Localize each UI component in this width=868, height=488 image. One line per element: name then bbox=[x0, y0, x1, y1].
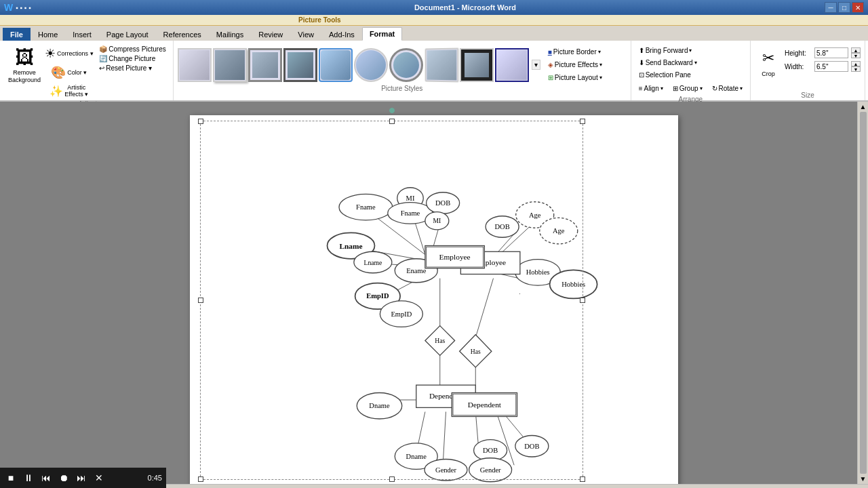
tab-home[interactable]: Home bbox=[31, 28, 65, 41]
title-bar: W ▪ ▪ ▪ ▪ Document1 - Microsoft Word ─ □… bbox=[0, 0, 868, 15]
rotate-handle[interactable] bbox=[389, 108, 395, 113]
height-up[interactable]: ▲ bbox=[851, 47, 861, 53]
record-button[interactable]: ⏺ bbox=[57, 471, 71, 485]
handle-top-right[interactable] bbox=[580, 119, 585, 124]
height-spinner[interactable]: ▲ ▼ bbox=[851, 47, 861, 58]
size-group-label: Size bbox=[801, 92, 814, 99]
pause-button[interactable]: ⏸ bbox=[22, 471, 35, 485]
width-up[interactable]: ▲ bbox=[851, 61, 861, 66]
style-1[interactable] bbox=[178, 48, 212, 82]
minimize-button[interactable]: ─ bbox=[825, 2, 837, 13]
color-button[interactable]: 🎨 Color ▾ bbox=[43, 64, 95, 81]
remove-background-button[interactable]: 🖼 RemoveBackground bbox=[7, 43, 42, 87]
artistic-effects-button[interactable]: ✨ ArtisticEffects ▾ bbox=[43, 83, 95, 99]
style-8[interactable] bbox=[425, 47, 458, 82]
arrange-group: ⬆ Bring Forward ▾ ⬇ Send Backward ▾ ⊡ Se… bbox=[631, 41, 751, 100]
picture-styles-label: Picture Styles bbox=[178, 85, 627, 92]
document: Fname MI Fname DOB MI DOB Age Age bbox=[190, 115, 678, 484]
reset-picture-button[interactable]: ↩ Reset Picture ▾ bbox=[96, 64, 169, 73]
height-down[interactable]: ▼ bbox=[851, 53, 861, 58]
height-input[interactable] bbox=[814, 47, 848, 58]
handle-bottom-left[interactable] bbox=[198, 476, 203, 482]
tab-view[interactable]: View bbox=[290, 28, 321, 41]
title-bar-text: Document1 - Microsoft Word bbox=[106, 3, 825, 12]
remove-bg-icon: 🖼 bbox=[14, 46, 35, 68]
handle-middle-left[interactable] bbox=[198, 298, 203, 303]
rotate-button[interactable]: ↻ Rotate ▾ bbox=[709, 83, 746, 94]
group-button[interactable]: ⊞ Group ▾ bbox=[669, 83, 706, 94]
width-input[interactable] bbox=[814, 61, 848, 72]
picture-effects-button[interactable]: ◈ Picture Effects ▾ bbox=[545, 59, 606, 70]
align-button[interactable]: ≡ Align ▾ bbox=[635, 83, 667, 94]
height-label: Height: bbox=[785, 49, 812, 57]
width-spinner[interactable]: ▲ ▼ bbox=[851, 61, 861, 72]
handle-middle-right[interactable] bbox=[580, 298, 585, 303]
tab-page-layout[interactable]: Page Layout bbox=[99, 28, 156, 41]
media-controls: ■ ⏸ ⏮ ⏺ ⏭ ✕ 0:45 bbox=[0, 468, 166, 488]
picture-border-button[interactable]: ■ Picture Border ▾ bbox=[545, 46, 606, 58]
style-4[interactable] bbox=[283, 48, 317, 82]
height-input-row: Height: ▲ ▼ bbox=[785, 47, 861, 58]
style-10[interactable] bbox=[495, 48, 529, 82]
picture-layout-button[interactable]: ⊞ Picture Layout ▾ bbox=[545, 72, 606, 83]
style-2[interactable] bbox=[213, 48, 247, 82]
handle-top-center[interactable] bbox=[389, 119, 395, 124]
width-label: Width: bbox=[785, 63, 812, 70]
crop-icon: ✂ bbox=[757, 47, 779, 69]
change-picture-button[interactable]: 🔄 Change Picture bbox=[96, 54, 169, 63]
picture-styles-group: ▾ ■ Picture Border ▾ ◈ Picture Effects ▾… bbox=[174, 41, 631, 100]
tab-mailings[interactable]: Mailings bbox=[209, 28, 251, 41]
tab-insert[interactable]: Insert bbox=[65, 28, 99, 41]
close-button[interactable]: ✕ bbox=[852, 2, 864, 13]
title-bar-controls: ─ □ ✕ bbox=[825, 2, 864, 13]
handle-bottom-right[interactable] bbox=[580, 476, 585, 482]
style-5[interactable] bbox=[319, 48, 353, 82]
style-7[interactable] bbox=[389, 48, 423, 82]
step-back-button[interactable]: ⏮ bbox=[39, 471, 53, 485]
scrollbar-vertical[interactable]: ▲ ▼ bbox=[857, 102, 868, 484]
media-time: 0:45 bbox=[148, 474, 162, 482]
compress-pictures-button[interactable]: 📦 Compress Pictures bbox=[96, 45, 169, 54]
tab-review[interactable]: Review bbox=[251, 28, 290, 41]
crop-button[interactable]: ✂ Crop bbox=[755, 45, 782, 80]
style-3[interactable] bbox=[248, 48, 282, 82]
styles-more-button[interactable]: ▾ bbox=[532, 60, 540, 70]
corrections-button[interactable]: ☀ Corrections ▾ bbox=[43, 45, 95, 62]
handle-top-left[interactable] bbox=[198, 119, 203, 124]
width-input-row: Width: ▲ ▼ bbox=[785, 61, 861, 72]
handle-bottom-center[interactable] bbox=[389, 476, 395, 482]
tab-format[interactable]: Format bbox=[362, 27, 402, 41]
picture-tools-context: Picture Tools bbox=[0, 15, 868, 26]
tab-addins[interactable]: Add-Ins bbox=[321, 28, 362, 41]
close-media-button[interactable]: ✕ bbox=[92, 471, 106, 485]
document-area: ▲ ▼ bbox=[0, 102, 868, 484]
image-frame[interactable] bbox=[200, 121, 583, 480]
style-9[interactable] bbox=[460, 48, 494, 82]
selection-pane-button[interactable]: ⊡ Selection Pane bbox=[635, 69, 694, 81]
style-6[interactable] bbox=[354, 48, 388, 82]
tab-references[interactable]: References bbox=[156, 28, 209, 41]
width-down[interactable]: ▼ bbox=[851, 66, 861, 72]
ribbon: 🖼 RemoveBackground ☀ Corrections ▾ 🎨 Col… bbox=[0, 41, 868, 102]
tab-file[interactable]: File bbox=[3, 28, 31, 41]
maximize-button[interactable]: □ bbox=[838, 2, 850, 13]
send-backward-button[interactable]: ⬇ Send Backward ▾ bbox=[635, 57, 701, 68]
size-group: ✂ Crop Height: ▲ ▼ Width: ▲ bbox=[751, 41, 865, 100]
ribbon-tabs: File Home Insert Page Layout References … bbox=[0, 26, 868, 41]
bring-forward-button[interactable]: ⬆ Bring Forward ▾ bbox=[635, 45, 696, 56]
stop-button[interactable]: ■ bbox=[4, 471, 18, 485]
step-forward-button[interactable]: ⏭ bbox=[75, 471, 88, 485]
adjust-group: 🖼 RemoveBackground ☀ Corrections ▾ 🎨 Col… bbox=[3, 41, 174, 100]
